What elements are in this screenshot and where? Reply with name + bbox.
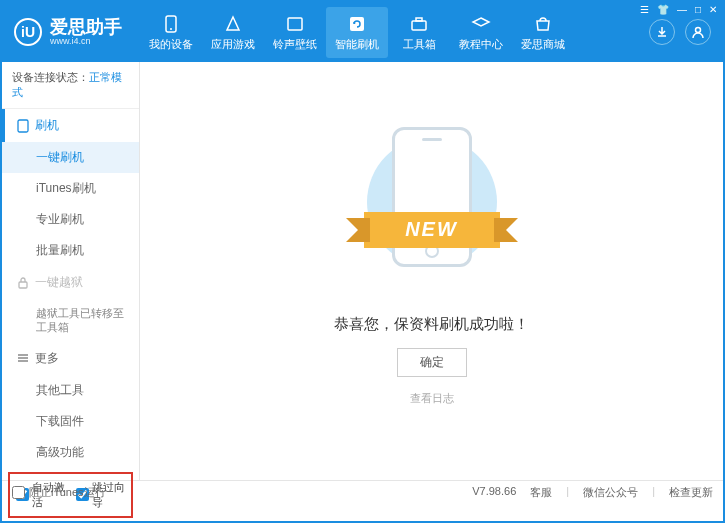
app-site: www.i4.cn	[50, 36, 122, 46]
user-button[interactable]	[685, 19, 711, 45]
skin-icon[interactable]: 👕	[657, 4, 669, 15]
nav-tutorials[interactable]: 教程中心	[450, 7, 512, 58]
phone-icon	[17, 119, 29, 133]
version-label: V7.98.66	[472, 485, 516, 500]
maximize-icon[interactable]: □	[695, 4, 701, 15]
wechat-link[interactable]: 微信公众号	[583, 485, 638, 500]
toolbox-icon	[388, 13, 450, 35]
svg-rect-5	[416, 18, 422, 21]
sidebar-section-more[interactable]: 更多	[2, 342, 139, 375]
sidebar-item-pro[interactable]: 专业刷机	[2, 204, 139, 235]
app-logo: iU 爱思助手 www.i4.cn	[14, 18, 122, 46]
menu-icon[interactable]: ☰	[640, 4, 649, 15]
svg-point-6	[696, 28, 701, 33]
nav-apps[interactable]: 应用游戏	[202, 7, 264, 58]
app-name: 爱思助手	[50, 18, 122, 36]
sidebar-jailbreak-note: 越狱工具已转移至工具箱	[2, 299, 139, 342]
sidebar-item-advanced[interactable]: 高级功能	[2, 437, 139, 468]
sidebar-item-other[interactable]: 其他工具	[2, 375, 139, 406]
store-icon	[512, 13, 574, 35]
checkbox-block-itunes[interactable]: 阻止iTunes运行	[12, 485, 106, 500]
refresh-icon	[326, 13, 388, 35]
svg-rect-4	[412, 21, 426, 30]
window-controls: ☰ 👕 — □ ✕	[640, 4, 717, 15]
sidebar-section-flash[interactable]: 刷机	[2, 109, 139, 142]
svg-rect-3	[350, 17, 364, 31]
sidebar-item-download[interactable]: 下载固件	[2, 406, 139, 437]
new-ribbon: NEW	[364, 212, 500, 248]
nav-ringtones[interactable]: 铃声壁纸	[264, 7, 326, 58]
more-icon	[17, 352, 29, 364]
logo-icon: iU	[14, 18, 42, 46]
download-button[interactable]	[649, 19, 675, 45]
close-icon[interactable]: ✕	[709, 4, 717, 15]
minimize-icon[interactable]: —	[677, 4, 687, 15]
nav-smart-flash[interactable]: 智能刷机	[326, 7, 388, 58]
svg-rect-2	[288, 18, 302, 30]
sidebar-item-oneclick[interactable]: 一键刷机	[2, 142, 139, 173]
nav-toolbox[interactable]: 工具箱	[388, 7, 450, 58]
sidebar-section-jailbreak[interactable]: 一键越狱	[2, 266, 139, 299]
view-log-link[interactable]: 查看日志	[410, 391, 454, 406]
header: iU 爱思助手 www.i4.cn 我的设备 应用游戏 铃声壁纸 智能刷机 工具…	[2, 2, 723, 62]
success-illustration: NEW	[352, 117, 512, 297]
main-content: NEW 恭喜您，保资料刷机成功啦！ 确定 查看日志	[140, 62, 723, 480]
svg-rect-7	[18, 120, 28, 132]
wallpaper-icon	[264, 13, 326, 35]
grad-cap-icon	[450, 13, 512, 35]
sidebar-item-batch[interactable]: 批量刷机	[2, 235, 139, 266]
success-message: 恭喜您，保资料刷机成功啦！	[334, 315, 529, 334]
svg-rect-8	[19, 282, 27, 288]
update-link[interactable]: 检查更新	[669, 485, 713, 500]
nav-store[interactable]: 爱思商城	[512, 7, 574, 58]
phone-icon	[140, 13, 202, 35]
main-nav: 我的设备 应用游戏 铃声壁纸 智能刷机 工具箱 教程中心 爱思商城	[140, 7, 649, 58]
apps-icon	[202, 13, 264, 35]
sidebar-item-itunes[interactable]: iTunes刷机	[2, 173, 139, 204]
svg-point-1	[170, 28, 172, 30]
lock-icon	[17, 277, 29, 289]
service-link[interactable]: 客服	[530, 485, 552, 500]
ok-button[interactable]: 确定	[397, 348, 467, 377]
sidebar: 设备连接状态：正常模式 刷机 一键刷机 iTunes刷机 专业刷机 批量刷机 一…	[2, 62, 140, 480]
nav-my-device[interactable]: 我的设备	[140, 7, 202, 58]
connection-status: 设备连接状态：正常模式	[2, 62, 139, 109]
